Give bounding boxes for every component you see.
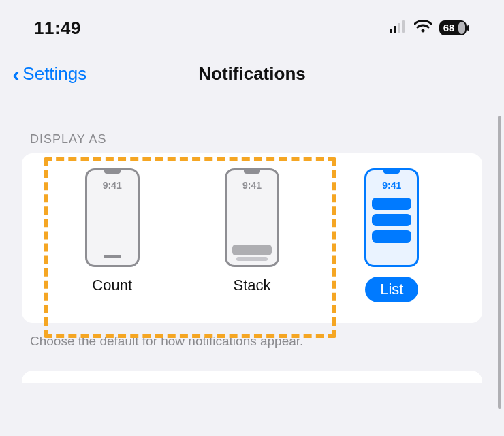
cellular-icon <box>390 20 407 35</box>
phone-mock-count: 9:41 <box>85 168 140 267</box>
section-header: DISPLAY AS <box>30 132 482 146</box>
scroll-indicator[interactable] <box>498 116 501 409</box>
phone-notch <box>383 170 400 174</box>
page-title: Notifications <box>198 63 305 84</box>
svg-point-4 <box>422 29 425 33</box>
option-list-label: List <box>365 277 418 302</box>
phone-time: 9:41 <box>382 180 401 191</box>
svg-rect-0 <box>390 29 392 33</box>
svg-rect-1 <box>394 26 396 33</box>
section-footer: Choose the default for how notifications… <box>30 334 482 349</box>
next-section-peek <box>22 371 482 383</box>
count-indicator <box>104 255 121 258</box>
list-indicator <box>372 198 411 243</box>
phone-notch <box>244 170 260 174</box>
svg-text:68: 68 <box>443 22 455 33</box>
nav-bar: ‹ Settings Notifications <box>0 48 504 91</box>
option-list[interactable]: 9:41 List <box>344 168 439 302</box>
option-stack-label: Stack <box>233 277 270 294</box>
svg-rect-3 <box>402 20 405 33</box>
wifi-icon <box>414 20 432 36</box>
back-label: Settings <box>22 63 86 84</box>
svg-rect-7 <box>458 22 465 34</box>
phone-mock-stack: 9:41 <box>225 168 279 267</box>
battery-icon: 68 <box>439 20 470 36</box>
option-count[interactable]: 9:41 Count <box>65 168 160 294</box>
svg-rect-2 <box>398 23 400 33</box>
svg-rect-6 <box>467 25 469 31</box>
status-bar: 11:49 68 <box>0 0 504 48</box>
option-stack[interactable]: 9:41 Stack <box>204 168 300 294</box>
phone-mock-list: 9:41 <box>364 168 419 267</box>
back-button[interactable]: ‹ Settings <box>12 62 86 85</box>
phone-time: 9:41 <box>103 180 122 191</box>
stack-indicator <box>232 245 272 261</box>
option-count-label: Count <box>92 277 132 294</box>
phone-time: 9:41 <box>242 180 262 191</box>
status-indicators: 68 <box>390 20 470 36</box>
status-time: 11:49 <box>34 18 81 39</box>
display-as-card: 9:41 Count 9:41 Stack 9:41 <box>22 153 482 323</box>
phone-notch <box>104 170 121 174</box>
chevron-left-icon: ‹ <box>12 62 20 85</box>
display-as-section: DISPLAY AS 9:41 Count 9:41 Stack <box>0 91 504 349</box>
